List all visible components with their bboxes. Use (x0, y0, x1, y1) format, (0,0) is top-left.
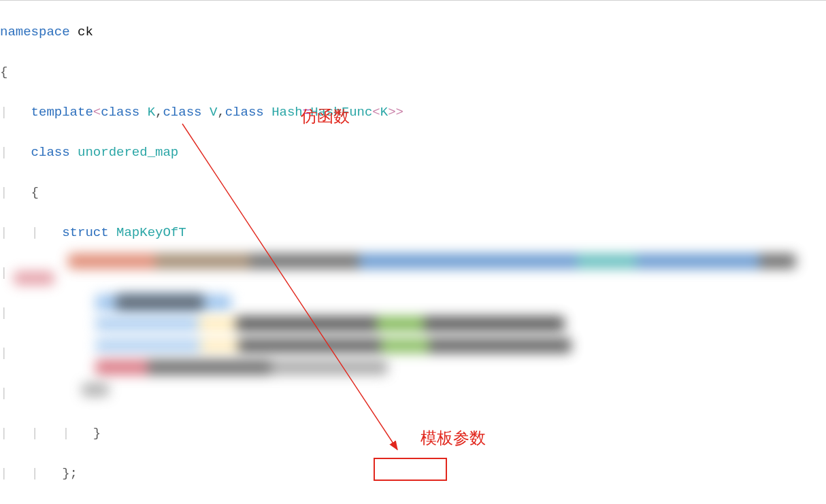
brace-open: { (31, 185, 39, 200)
ns-name: ck (78, 24, 93, 39)
brace-close: } (93, 426, 101, 441)
comma: , (155, 105, 163, 120)
type-K: K (380, 105, 388, 120)
comma: , (217, 105, 225, 120)
angle: < (93, 105, 101, 120)
annotation-template-param: 模板参数 (420, 428, 486, 448)
kw-class: class (101, 105, 139, 120)
blurred-region (14, 247, 823, 420)
annotation-functor: 仿函数 (301, 106, 350, 127)
type-Hash: Hash (271, 105, 303, 120)
kw-class: class (163, 105, 201, 120)
struct-close: }; (62, 466, 78, 481)
type-MapKeyOfT: MapKeyOfT (116, 225, 186, 240)
type-V: V (210, 105, 217, 120)
angle: < (372, 105, 380, 120)
brace-open: { (0, 65, 7, 80)
kw-class: class (31, 145, 70, 160)
kw-class: class (225, 105, 264, 120)
kw-template: template (31, 105, 93, 120)
type-K: K (148, 105, 155, 120)
highlight-box (374, 458, 447, 481)
kw-struct: struct (62, 225, 108, 240)
type-unordered_map: unordered_map (78, 145, 178, 160)
kw-namespace: namespace (0, 24, 70, 39)
angle: >> (388, 105, 403, 120)
